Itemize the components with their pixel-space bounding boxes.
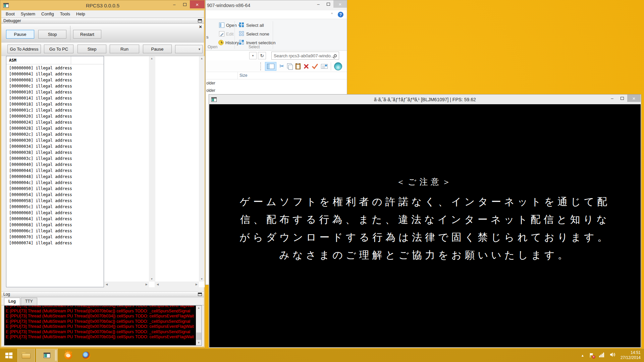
explorer-maximize-button[interactable] <box>323 0 333 8</box>
scroll-down-icon[interactable]: ▼ <box>201 278 203 281</box>
debugger-dock-header[interactable]: Debugger <box>1 18 204 24</box>
column-separator[interactable] <box>237 72 238 79</box>
explorer-minimize-button[interactable]: – <box>313 0 323 8</box>
file-list-row[interactable]: older <box>206 81 215 88</box>
asm-row[interactable]: [0000000c] illegal address <box>9 83 104 89</box>
asm-row[interactable]: [00000000] illegal address <box>9 65 104 71</box>
email-icon[interactable] <box>321 64 328 69</box>
scroll-left-icon[interactable]: ◀ <box>157 283 159 286</box>
debugger-close-icon[interactable]: × <box>199 25 202 28</box>
ribbon-history-button[interactable]: History <box>218 39 239 46</box>
run-button[interactable]: Run <box>110 45 139 53</box>
taskbar-firefox-button[interactable] <box>78 349 95 362</box>
start-button[interactable] <box>0 349 17 362</box>
ribbon-open-button[interactable]: Open ▾ <box>219 22 240 28</box>
asm-column-header[interactable]: ASM <box>6 56 104 64</box>
toolbar-drag-handle[interactable] <box>260 62 261 70</box>
asm-row[interactable]: [0000001c] illegal address <box>9 107 104 113</box>
taskbar-clock[interactable]: 14:51 27/12/2014 <box>621 350 641 360</box>
explorer-titlebar[interactable]: 907-windows-x86-64 – × <box>206 0 347 10</box>
asm-row[interactable]: [0000005c] illegal address <box>9 204 104 210</box>
classic-shell-icon[interactable] <box>334 62 342 70</box>
vertical-scrollbar[interactable]: ▲ ▼ <box>199 56 205 282</box>
asm-row[interactable]: [00000070] illegal address <box>9 234 104 240</box>
asm-row[interactable]: [00000068] illegal address <box>9 222 104 228</box>
thread-select-dropdown[interactable]: ▾ <box>175 45 203 53</box>
asm-row[interactable]: [00000008] illegal address <box>9 77 104 83</box>
game-close-button[interactable]: × <box>627 95 641 102</box>
pause-button[interactable]: Pause <box>6 30 34 39</box>
asm-row[interactable]: [00000034] illegal address <box>9 143 104 149</box>
asm-row[interactable]: [00000064] illegal address <box>9 216 104 222</box>
rpcs3-close-button[interactable]: × <box>190 0 205 8</box>
ribbon-collapse-icon[interactable]: ^ <box>331 12 333 16</box>
restart-button[interactable]: Restart <box>73 30 101 39</box>
scroll-down-icon[interactable]: ▼ <box>151 278 153 281</box>
asm-row[interactable]: [00000024] illegal address <box>9 119 104 125</box>
taskbar-rpcs3-button[interactable] <box>36 349 58 362</box>
rpcs3-titlebar[interactable]: RPCS3 0.0.0.5 – × <box>0 0 205 10</box>
copy-icon[interactable] <box>287 63 292 69</box>
scroll-left-icon[interactable]: ◀ <box>106 283 108 286</box>
dock-float-icon[interactable] <box>198 293 202 296</box>
menu-item[interactable]: Boot <box>3 11 18 17</box>
asm-row[interactable]: [0000004c] illegal address <box>9 180 104 186</box>
step-button[interactable]: Step <box>77 45 106 53</box>
asm-row[interactable]: [00000058] illegal address <box>9 198 104 204</box>
ribbon-edit-button[interactable]: Edit <box>219 31 233 37</box>
scroll-right-icon[interactable]: ▶ <box>146 283 148 286</box>
delete-icon[interactable] <box>304 64 309 69</box>
network-icon[interactable] <box>599 352 605 359</box>
scroll-up-icon[interactable]: ▲ <box>198 307 200 309</box>
menu-item[interactable]: Config <box>38 11 57 17</box>
stop-button[interactable]: Stop <box>38 30 66 39</box>
help-icon[interactable]: ? <box>338 12 343 17</box>
asm-row[interactable]: [00000038] illegal address <box>9 149 104 156</box>
scroll-down-icon[interactable]: ▼ <box>198 342 200 344</box>
menu-item[interactable]: Tools <box>57 11 73 17</box>
asm-row[interactable]: [00000014] illegal address <box>9 95 104 101</box>
asm-row[interactable]: [00000044] illegal address <box>9 168 104 174</box>
asm-row[interactable]: [00000040] illegal address <box>9 162 104 168</box>
game-minimize-button[interactable]: – <box>607 95 617 102</box>
asm-row[interactable]: [00000018] illegal address <box>9 101 104 107</box>
size-column-header[interactable]: Size <box>239 73 247 78</box>
ribbon-select-all-button[interactable]: Select all <box>239 22 264 28</box>
paste-icon[interactable] <box>296 63 301 69</box>
scroll-right-icon[interactable]: ▶ <box>196 283 198 286</box>
goto-pc-button[interactable]: Go To PC <box>44 45 73 53</box>
search-input[interactable]: Search rpcs3-ab0a907-windo... <box>271 52 339 60</box>
log-dock-header[interactable]: Log <box>1 291 204 297</box>
asm-row[interactable]: [00000020] illegal address <box>9 113 104 119</box>
horizontal-scrollbar[interactable]: ◀ ▶ <box>155 282 199 287</box>
asm-row[interactable]: [00000028] illegal address <box>9 125 104 131</box>
explorer-close-button[interactable]: × <box>333 0 347 8</box>
vertical-scrollbar[interactable]: ▲ ▼ <box>196 306 202 345</box>
dock-float-icon[interactable] <box>198 19 202 22</box>
asm-row[interactable]: [00000054] illegal address <box>9 192 104 198</box>
volume-icon[interactable] <box>610 352 616 359</box>
asm-row[interactable]: [00000060] illegal address <box>9 210 104 216</box>
cut-icon[interactable]: ✂ <box>279 63 284 69</box>
address-dropdown-button[interactable]: ▾ <box>249 52 257 59</box>
show-hidden-icons-button[interactable]: ▲ <box>581 354 584 357</box>
asm-row[interactable]: [00000048] illegal address <box>9 174 104 180</box>
taskbar-gom-player-button[interactable] <box>60 349 76 362</box>
ribbon-select-none-button[interactable]: Select none <box>239 31 269 37</box>
refresh-icon[interactable]: ↻ <box>258 52 266 59</box>
horizontal-scrollbar[interactable]: ◀ ▶ <box>104 282 149 287</box>
game-maximize-button[interactable] <box>617 95 627 102</box>
game-titlebar[interactable]: ã·ã‚ˆã·ã‚ˆãƒ†ãƒˆãƒªã‚¹ [BLJM61097] | FPS… <box>209 95 641 104</box>
pause-button-2[interactable]: Pause <box>143 45 172 53</box>
checkmark-icon[interactable] <box>312 64 318 69</box>
asm-row[interactable]: [0000006c] illegal address <box>9 228 104 234</box>
menu-item[interactable]: System <box>18 11 38 17</box>
menu-item[interactable]: Help <box>73 11 88 17</box>
asm-row[interactable]: [0000002c] illegal address <box>9 131 104 137</box>
asm-row[interactable]: [00000010] illegal address <box>9 89 104 95</box>
asm-row[interactable]: [00000030] illegal address <box>9 137 104 143</box>
rpcs3-maximize-button[interactable] <box>179 0 190 8</box>
rpcs3-minimize-button[interactable]: – <box>169 0 179 8</box>
action-center-icon[interactable]: ✕ <box>589 353 594 358</box>
scroll-up-icon[interactable]: ▲ <box>201 57 203 60</box>
